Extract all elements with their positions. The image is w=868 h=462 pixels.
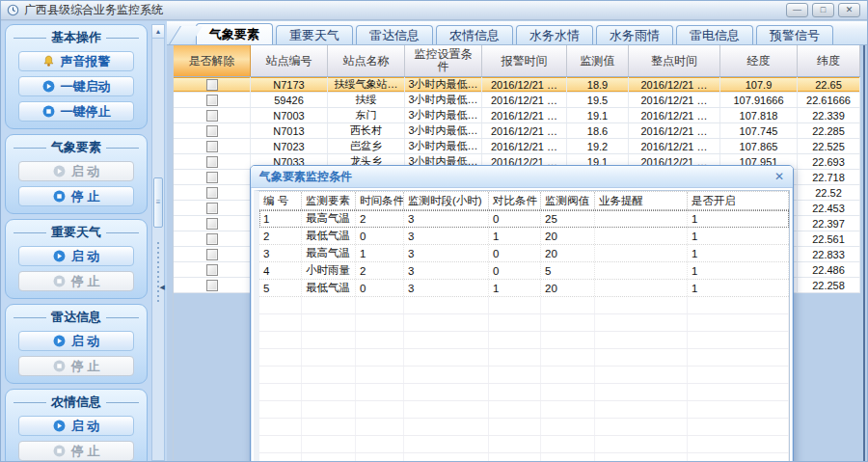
remove-checkbox[interactable] bbox=[206, 264, 218, 276]
empty-cell bbox=[356, 384, 404, 400]
tab-warning-signal[interactable]: 预警信号 bbox=[756, 25, 833, 44]
minimize-button[interactable]: — bbox=[786, 3, 808, 17]
button-label: 启 动 bbox=[71, 163, 100, 180]
latitude-cell: 22.693 bbox=[798, 154, 860, 169]
one-key-stop-button[interactable]: 一键停止 bbox=[18, 101, 134, 122]
tab-water-rainfall[interactable]: 水务雨情 bbox=[596, 25, 673, 44]
condition-row[interactable]: 3最高气温130201 bbox=[259, 245, 789, 262]
remove-checkbox[interactable] bbox=[206, 280, 218, 291]
important-weather-start-button[interactable]: 启 动 bbox=[18, 246, 134, 266]
remove-checkbox[interactable] bbox=[206, 110, 218, 122]
remove-flag-cell bbox=[174, 216, 251, 231]
tab-lightning-info[interactable]: 雷电信息 bbox=[676, 25, 753, 44]
longitude-cell: 107.818 bbox=[720, 108, 798, 122]
empty-cell bbox=[356, 419, 404, 435]
cond-column-header-monitor-period[interactable]: 监测时段(小时) bbox=[404, 192, 489, 209]
remove-flag-cell bbox=[174, 247, 251, 261]
remove-checkbox[interactable] bbox=[206, 125, 218, 137]
one-key-start-button[interactable]: 一键启动 bbox=[18, 76, 134, 96]
business-reminder-cell bbox=[595, 210, 688, 227]
sidebar-scrollbar[interactable]: ▲ ≡ ◀ bbox=[151, 24, 165, 461]
column-header-monitor-condition[interactable]: 监控设置条件 bbox=[405, 45, 482, 76]
remove-checkbox[interactable] bbox=[206, 203, 218, 214]
weather-elements-start-button[interactable]: 启 动 bbox=[18, 161, 134, 181]
alarm-time-cell: 2016/12/21 … bbox=[482, 108, 567, 122]
agriculture-info-stop-button[interactable]: 停 止 bbox=[18, 441, 134, 461]
sidebar-group-radar-info: 雷达信息启 动停 止 bbox=[5, 304, 148, 384]
dialog-close-icon[interactable]: ✕ bbox=[774, 170, 784, 183]
cond-column-header-compare-condition[interactable]: 对比条件 bbox=[489, 192, 541, 209]
cond-column-header-threshold[interactable]: 监测阀值 bbox=[541, 192, 595, 209]
close-button[interactable]: ✕ bbox=[838, 3, 860, 17]
tab-weather-elements[interactable]: 气象要素 bbox=[196, 23, 273, 44]
remove-checkbox[interactable] bbox=[206, 95, 218, 106]
condition-row[interactable]: 4小时雨量23051 bbox=[259, 262, 789, 280]
radar-info-stop-button[interactable]: 停 止 bbox=[18, 356, 134, 376]
latitude-cell: 22.65 bbox=[798, 77, 860, 92]
play-icon bbox=[53, 250, 66, 262]
empty-cell bbox=[302, 419, 356, 435]
remove-checkbox[interactable] bbox=[206, 233, 218, 245]
tab-radar-info[interactable]: 雷达信息 bbox=[356, 25, 433, 44]
dialog-title: 气象要素监控条件 bbox=[259, 169, 352, 185]
latitude-cell: 22.525 bbox=[798, 139, 860, 153]
station-name-cell: 西长村 bbox=[328, 123, 405, 138]
empty-cell bbox=[595, 419, 688, 435]
column-header-longitude[interactable]: 经度 bbox=[720, 45, 798, 76]
empty-cell bbox=[302, 349, 356, 366]
tab-important-weather[interactable]: 重要天气 bbox=[276, 25, 353, 44]
cond-column-header-is-enabled[interactable]: 是否开启 bbox=[688, 192, 789, 209]
column-header-remove-flag[interactable]: 是否解除 bbox=[174, 45, 251, 76]
column-header-monitor-value[interactable]: 监测值 bbox=[567, 45, 629, 76]
empty-cell bbox=[404, 401, 489, 418]
remove-checkbox[interactable] bbox=[206, 79, 218, 91]
tab-agriculture-info[interactable]: 农情信息 bbox=[436, 25, 513, 44]
maximize-button[interactable]: □ bbox=[812, 3, 834, 17]
stop-icon bbox=[53, 275, 66, 287]
important-weather-stop-button[interactable]: 停 止 bbox=[18, 271, 134, 291]
table-row[interactable]: N7003东门3小时内最低…2016/12/21 …19.12016/12/21… bbox=[174, 108, 860, 123]
station-name-cell: 扶绥气象站… bbox=[328, 77, 405, 92]
remove-checkbox[interactable] bbox=[206, 172, 218, 183]
tab-water-condition[interactable]: 水务水情 bbox=[516, 25, 593, 44]
monitor-value-cell: 19.1 bbox=[567, 108, 629, 122]
column-header-station-name[interactable]: 站点名称 bbox=[328, 45, 405, 76]
column-header-alarm-time[interactable]: 报警时间 bbox=[482, 45, 567, 76]
cond-column-header-time-condition[interactable]: 时间条件 bbox=[356, 192, 404, 209]
remove-checkbox[interactable] bbox=[206, 249, 218, 260]
cond-column-header-monitor-element[interactable]: 监测要素 bbox=[302, 192, 356, 209]
column-header-station-id[interactable]: 站点编号 bbox=[251, 45, 328, 76]
scrollbar-thumb[interactable]: ≡ bbox=[153, 177, 163, 228]
remove-checkbox[interactable] bbox=[206, 187, 218, 199]
empty-cell bbox=[595, 384, 688, 400]
scrollbar-track[interactable] bbox=[157, 242, 159, 304]
radar-info-start-button[interactable]: 启 动 bbox=[18, 331, 134, 351]
button-label: 声音报警 bbox=[61, 53, 111, 70]
table-row[interactable]: N7013西长村3小时内最低…2016/12/21 …18.62016/12/2… bbox=[174, 123, 860, 139]
scroll-up-icon[interactable]: ▲ bbox=[152, 25, 164, 39]
condition-row[interactable]: 5最低气温031201 bbox=[259, 280, 789, 297]
column-header-hour-time[interactable]: 整点时间 bbox=[629, 45, 720, 76]
cond-column-header-index[interactable]: 编 号 bbox=[259, 192, 302, 209]
agriculture-info-start-button[interactable]: 启 动 bbox=[18, 416, 134, 436]
table-row[interactable]: 59426扶绥3小时内最低…2016/12/21 …19.52016/12/21… bbox=[174, 93, 860, 108]
threshold-cell: 5 bbox=[541, 262, 595, 279]
condition-row[interactable]: 2最低气温031201 bbox=[259, 228, 789, 245]
table-row[interactable]: N7023岜盆乡3小时内最低…2016/12/21 …19.22016/12/2… bbox=[174, 139, 860, 154]
collapse-panel-icon[interactable]: ◀ bbox=[160, 284, 165, 291]
sound-alarm-button[interactable]: 声音报警 bbox=[18, 51, 134, 71]
sidebar-group-weather-elements: 气象要素启 动停 止 bbox=[5, 134, 148, 214]
cond-column-header-business-reminder[interactable]: 业务提醒 bbox=[595, 192, 688, 209]
condition-row[interactable]: 1最高气温230251 bbox=[259, 210, 789, 228]
remove-checkbox[interactable] bbox=[206, 218, 218, 230]
empty-cell bbox=[595, 453, 688, 462]
empty-row bbox=[259, 419, 789, 436]
table-row[interactable]: N7173扶绥气象站…3小时内最低…2016/12/21 …18.92016/1… bbox=[174, 77, 860, 93]
remove-checkbox[interactable] bbox=[206, 156, 218, 168]
column-header-latitude[interactable]: 纬度 bbox=[798, 45, 860, 76]
sidebar-group-title: 雷达信息 bbox=[51, 309, 101, 326]
remove-checkbox[interactable] bbox=[206, 141, 218, 152]
empty-cell bbox=[489, 436, 541, 452]
monitor-value-cell: 19.2 bbox=[567, 139, 629, 153]
weather-elements-stop-button[interactable]: 停 止 bbox=[18, 186, 134, 206]
